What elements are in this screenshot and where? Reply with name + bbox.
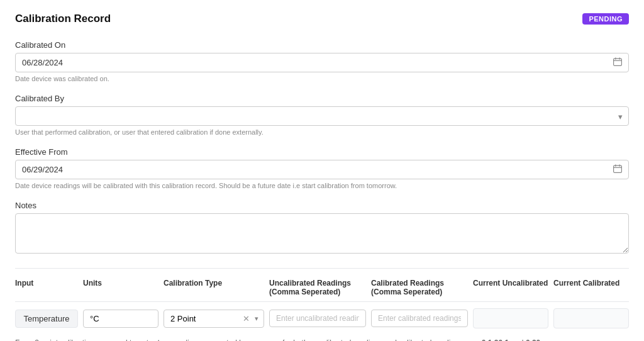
calibration-table: Input Units Calibration Type Uncalibrate… (15, 279, 629, 328)
calibrated-on-input-wrapper (15, 53, 629, 72)
notes-group: Notes (15, 201, 629, 255)
effective-from-group: Effective From Date device readings will… (15, 147, 629, 189)
table-header-row: Input Units Calibration Type Uncalibrate… (15, 279, 629, 302)
notes-label: Notes (15, 201, 629, 210)
status-badge: PENDING (582, 13, 629, 25)
effective-from-hint: Date device readings will be calibrated … (15, 182, 629, 189)
header-current-cal: Current Calibrated (553, 279, 629, 296)
calibrated-readings-input[interactable] (371, 310, 468, 327)
calibration-hints: For a 2-point calibration you need to en… (15, 337, 629, 341)
header-cal-type: Calibration Type (164, 279, 264, 296)
header-uncalibrated: Uncalibrated Readings (Comma Seperated) (269, 279, 366, 296)
calibrated-on-input[interactable] (15, 53, 629, 72)
calibrated-by-select[interactable] (15, 106, 629, 126)
effective-from-label: Effective From (15, 147, 629, 157)
notes-input[interactable] (15, 213, 629, 254)
calibrated-by-group: Calibrated By ▾ User that performed cali… (15, 94, 629, 136)
chevron-down-icon-2: ▾ (252, 315, 264, 323)
effective-from-input-wrapper (15, 160, 629, 179)
calibrated-on-group: Calibrated On Date device was calibrated… (15, 40, 629, 82)
unit-input[interactable] (83, 310, 158, 328)
two-point-hint: For a 2-point calibration you need to en… (15, 337, 629, 341)
calibrated-by-wrapper: ▾ (15, 106, 629, 126)
header-current-uncal: Current Uncalibrated (473, 279, 548, 296)
current-calibrated-value (553, 308, 629, 328)
page-title: Calibration Record (15, 13, 111, 25)
header-input: Input (15, 279, 78, 296)
calibration-type-select[interactable]: 2 Point 3 Point (164, 310, 240, 327)
calibration-type-wrapper: 2 Point 3 Point ✕ ▾ (164, 310, 264, 328)
calibrated-on-hint: Date device was calibrated on. (15, 75, 629, 82)
table-row: Temperature 2 Point 3 Point ✕ ▾ (15, 308, 629, 328)
calibrated-by-hint: User that performed calibration, or user… (15, 128, 629, 136)
calibrated-by-label: Calibrated By (15, 94, 629, 103)
current-uncalibrated-value (473, 308, 548, 328)
clear-icon[interactable]: ✕ (240, 314, 252, 323)
uncalibrated-readings-input[interactable] (269, 310, 366, 327)
header-calibrated: Calibrated Readings (Comma Seperated) (371, 279, 468, 296)
input-tag: Temperature (15, 310, 78, 328)
section-divider (15, 268, 629, 269)
calibrated-on-label: Calibrated On (15, 40, 629, 50)
effective-from-input[interactable] (15, 160, 629, 179)
header-units: Units (83, 279, 158, 296)
